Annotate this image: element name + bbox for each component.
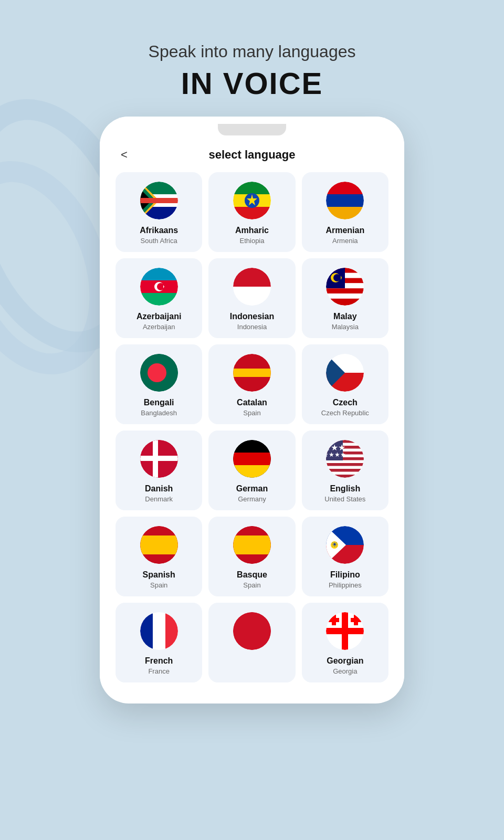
flag-am (326, 182, 364, 219)
svg-rect-71 (233, 465, 271, 478)
svg-rect-42 (326, 299, 364, 306)
svg-rect-32 (233, 287, 271, 306)
svg-point-27 (157, 283, 164, 290)
lang-card-spanish[interactable]: Spanish Spain (116, 517, 202, 596)
svg-point-45 (333, 274, 341, 281)
lang-country: Ethiopia (240, 237, 265, 245)
lang-country: Spain (243, 581, 260, 589)
svg-rect-8 (140, 198, 178, 203)
svg-rect-19 (326, 194, 364, 207)
lang-name: Catalan (237, 398, 267, 407)
phone-notch-area (100, 117, 404, 143)
svg-point-50 (148, 363, 166, 382)
lang-card-amharic[interactable]: Amharic Ethiopia (208, 172, 295, 252)
lang-card-georgian[interactable]: Georgian Georgia (302, 603, 388, 682)
lang-country: Armenia (332, 237, 358, 245)
lang-card-armenian[interactable]: Armenian Armenia (302, 172, 388, 252)
lang-card-basque[interactable]: Basque Spain (208, 517, 295, 596)
lang-country: Georgia (333, 667, 357, 675)
lang-name: Filipino (330, 570, 360, 580)
svg-rect-92 (233, 536, 271, 554)
svg-rect-31 (233, 268, 271, 287)
svg-rect-80 (326, 469, 364, 472)
lang-country: Indonesia (237, 323, 267, 331)
lang-name: Indonesian (230, 312, 274, 321)
svg-rect-103 (153, 612, 165, 650)
lang-country: United States (324, 495, 365, 503)
lang-card-german[interactable]: German Germany (208, 430, 295, 510)
lang-country: Germany (238, 495, 266, 503)
svg-rect-23 (140, 268, 178, 280)
svg-rect-81 (326, 475, 364, 478)
svg-text:★★★★: ★★★★ (326, 451, 346, 458)
svg-rect-107 (233, 612, 271, 650)
lang-card-partial2[interactable] (208, 603, 295, 682)
lang-country: Spain (150, 581, 167, 589)
flag-my (326, 268, 364, 306)
lang-name: French (145, 656, 173, 666)
back-button[interactable]: < (121, 148, 128, 162)
lang-name: Georgian (327, 656, 363, 666)
lang-card-filipino[interactable]: ☀ Filipino Philippines (302, 517, 388, 596)
lang-card-danish[interactable]: Danish Denmark (116, 430, 202, 510)
lang-name: German (236, 484, 268, 494)
nav-title: select language (208, 148, 295, 162)
lang-card-bengali[interactable]: Bengali Bangladesh (116, 344, 202, 424)
flag-es-basque (233, 526, 271, 564)
svg-rect-115 (329, 618, 339, 622)
flag-bd (140, 354, 178, 392)
svg-rect-88 (140, 536, 178, 554)
lang-name: Basque (237, 570, 267, 580)
lang-country: Azerbaijan (143, 323, 175, 331)
flag-az (140, 268, 178, 306)
svg-rect-112 (326, 628, 364, 634)
lang-name: Czech (333, 398, 358, 407)
lang-country: South Africa (141, 237, 177, 245)
svg-rect-102 (140, 612, 153, 650)
lang-name: Danish (145, 484, 173, 494)
lang-country: France (148, 667, 169, 675)
svg-rect-69 (233, 440, 271, 453)
lang-name: Bengali (144, 398, 174, 407)
lang-card-catalan[interactable]: Catalan Spain (208, 344, 295, 424)
svg-rect-18 (326, 182, 364, 194)
lang-card-azerbaijani[interactable]: Azerbaijani Azerbaijan (116, 258, 202, 338)
lang-card-english[interactable]: ★★★ ★★★★ English United States (302, 430, 388, 510)
phone-notch (218, 124, 286, 135)
lang-card-afrikaans[interactable]: Afrikaans South Africa (116, 172, 202, 252)
svg-rect-75 (326, 440, 364, 443)
lang-country: Bangladesh (141, 409, 177, 417)
svg-rect-41 (326, 293, 364, 299)
flag-ph: ☀ (326, 526, 364, 564)
flag-de (233, 440, 271, 478)
lang-card-french[interactable]: French France (116, 603, 202, 682)
lang-name: Armenian (326, 226, 364, 235)
lang-card-czech[interactable]: Czech Czech Republic (302, 344, 388, 424)
svg-rect-79 (326, 463, 364, 466)
lang-card-malay[interactable]: Malay Malaysia (302, 258, 388, 338)
lang-name: Azerbaijani (136, 312, 181, 321)
flag-es-spanish (140, 526, 178, 564)
svg-rect-25 (140, 293, 178, 306)
flag-es-catalan (233, 354, 271, 392)
nav-bar: < select language (110, 143, 394, 170)
lang-card-indonesian[interactable]: Indonesian Indonesia (208, 258, 295, 338)
svg-rect-55 (233, 364, 271, 369)
header-subtitle: Speak into many languages (149, 42, 356, 61)
lang-name: English (330, 484, 360, 494)
svg-rect-104 (165, 612, 178, 650)
lang-country: Malaysia (332, 323, 359, 331)
svg-rect-70 (233, 453, 271, 465)
svg-text:☀: ☀ (331, 540, 338, 549)
flag-dk (140, 440, 178, 478)
flag-ge (326, 612, 364, 650)
svg-rect-66 (140, 456, 178, 461)
header: Speak into many languages IN VOICE (149, 42, 356, 101)
flag-fr (140, 612, 178, 650)
lang-name: Malay (333, 312, 356, 321)
phone-mockup: < select language (100, 117, 404, 704)
lang-country: Spain (243, 409, 260, 417)
flag-us: ★★★ ★★★★ (326, 440, 364, 478)
svg-rect-56 (233, 377, 271, 381)
flag-za (140, 182, 178, 219)
